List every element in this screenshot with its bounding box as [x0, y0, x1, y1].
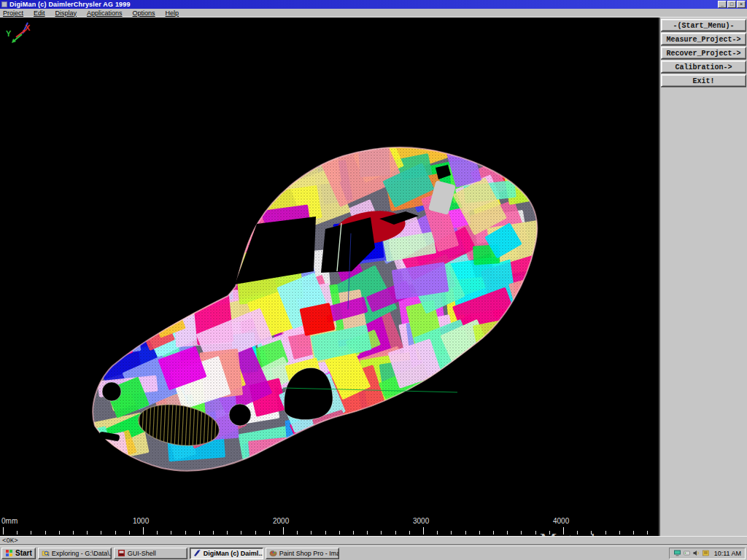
- volume-tray-icon[interactable]: [692, 549, 700, 557]
- taskbar: Start Exploring - G:\Data\... GUI-Shell …: [0, 545, 747, 560]
- start-label: Start: [15, 549, 32, 557]
- close-button[interactable]: ×: [737, 1, 746, 8]
- start-menu-button[interactable]: -(Start_Menu)-: [661, 19, 746, 31]
- left-headlight: [102, 382, 121, 401]
- menu-help[interactable]: Help: [166, 9, 179, 17]
- menu-project[interactable]: Project: [3, 9, 23, 17]
- title-bar: DigiMan (c) DaimlerChrysler AG 1999 _ □ …: [0, 0, 747, 9]
- start-button[interactable]: Start: [1, 548, 36, 559]
- paint-shop-pro-icon: [269, 549, 277, 557]
- menu-options[interactable]: Options: [133, 9, 155, 17]
- menu-bar: Project Edit Display Applications Option…: [0, 9, 747, 18]
- status-bar: <OK>: [0, 536, 747, 545]
- explorer-icon: [42, 549, 50, 557]
- app-icon: [1, 1, 7, 7]
- watermark: Motorbase Forum: [540, 529, 659, 536]
- modem-tray-icon[interactable]: [683, 549, 691, 557]
- display-tray-icon[interactable]: [673, 549, 681, 557]
- task-gui-shell[interactable]: GUI-Shell: [114, 548, 187, 559]
- y-axis-label: Y: [6, 29, 12, 38]
- x-axis-label: X: [25, 23, 31, 32]
- window-title: DigiMan (c) DaimlerChrysler AG 1999: [9, 1, 131, 8]
- car-scene: X Y: [0, 18, 659, 536]
- task-paint-shop-pro[interactable]: Paint Shop Pro - Ima...: [266, 548, 339, 559]
- control-panel: -(Start_Menu)- Measure_Project-> Recover…: [659, 18, 747, 536]
- windows-logo-icon: [5, 549, 13, 557]
- measure-project-button[interactable]: Measure_Project->: [661, 33, 746, 45]
- exit-button[interactable]: Exit!: [661, 74, 746, 87]
- task-digiman[interactable]: DigiMan (c) Daiml...: [190, 548, 263, 559]
- task-label: Exploring - G:\Data\...: [52, 550, 112, 557]
- axis-triad: X Y: [6, 23, 31, 43]
- maximize-button[interactable]: □: [727, 1, 736, 8]
- scheduler-tray-icon[interactable]: [702, 549, 710, 557]
- menu-applications[interactable]: Applications: [87, 9, 123, 17]
- task-label: Paint Shop Pro - Ima...: [279, 550, 339, 557]
- system-tray: 10:11 AM: [669, 548, 746, 559]
- recover-project-button[interactable]: Recover_Project->: [661, 47, 746, 59]
- menu-edit[interactable]: Edit: [34, 9, 45, 17]
- task-label: GUI-Shell: [128, 550, 156, 557]
- taskbar-clock: 10:11 AM: [714, 550, 741, 557]
- gui-shell-icon: [117, 549, 125, 557]
- task-label: DigiMan (c) Daiml...: [204, 550, 263, 557]
- right-headlight: [229, 404, 251, 426]
- 3d-viewport[interactable]: X Y 0mm 1000 2000 3000 4000 Motorbase Fo…: [0, 18, 659, 536]
- menu-display[interactable]: Display: [55, 9, 77, 17]
- calibration-button[interactable]: Calibration->: [661, 61, 746, 73]
- minimize-button[interactable]: _: [718, 1, 727, 8]
- status-text: <OK>: [2, 537, 18, 545]
- task-explorer[interactable]: Exploring - G:\Data\...: [38, 548, 112, 559]
- digiman-icon: [193, 549, 201, 557]
